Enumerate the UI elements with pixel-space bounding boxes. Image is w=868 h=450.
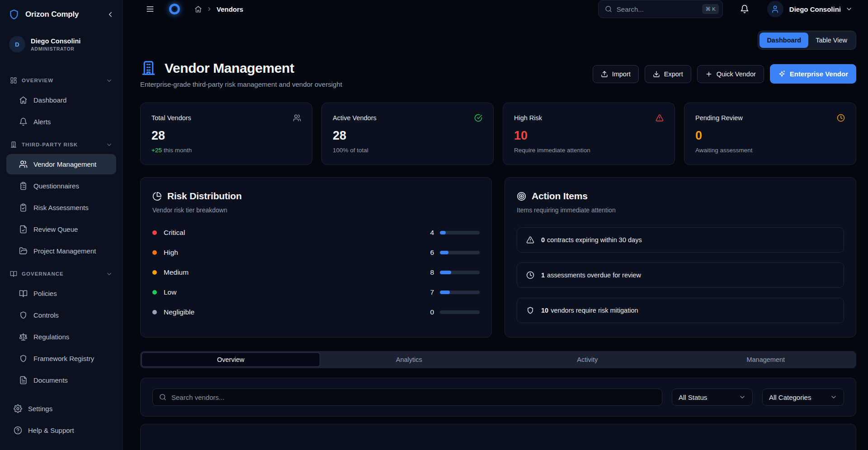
risk-dot bbox=[152, 230, 157, 235]
help-circle-icon bbox=[14, 426, 22, 435]
sidebar-item-help-support[interactable]: Help & Support bbox=[6, 420, 116, 441]
tab-management[interactable]: Management bbox=[677, 352, 855, 367]
vendor-filter-bar: All Status All Categories bbox=[140, 378, 856, 417]
risk-dot bbox=[152, 270, 157, 275]
tab-activity[interactable]: Activity bbox=[498, 352, 677, 367]
page-subtitle: Enterprise-grade third-party risk manage… bbox=[140, 80, 342, 88]
risk-row-medium: Medium 8 bbox=[152, 268, 480, 277]
plus-icon bbox=[705, 70, 712, 78]
search-icon bbox=[605, 5, 612, 13]
view-toggle: Dashboard Table View bbox=[758, 31, 856, 50]
sidebar-collapse-button[interactable] bbox=[106, 10, 114, 19]
stat-value: 28 bbox=[151, 129, 301, 143]
sidebar-nav: OVERVIEW Dashboard Alerts THIRD-PARTY RI… bbox=[0, 72, 123, 397]
sidebar-item-alerts[interactable]: Alerts bbox=[6, 112, 116, 132]
app-logo-ring[interactable] bbox=[169, 4, 180, 14]
file-text-icon bbox=[19, 376, 28, 384]
sidebar-item-framework-registry[interactable]: Framework Registry bbox=[6, 348, 116, 369]
home-icon bbox=[19, 96, 28, 104]
risk-row-high: High 6 bbox=[152, 248, 480, 257]
alert-triangle-icon bbox=[656, 114, 664, 122]
building-icon bbox=[140, 60, 157, 76]
sidebar-item-risk-assessments[interactable]: Risk Assessments bbox=[6, 197, 116, 218]
user-role: ADMINISTRATOR bbox=[31, 46, 80, 52]
chevron-down-icon bbox=[739, 394, 746, 401]
stat-value: 28 bbox=[333, 129, 482, 143]
vendor-list-card bbox=[140, 424, 856, 450]
chevron-down-icon bbox=[845, 5, 853, 13]
panel-title: Risk Distribution bbox=[167, 191, 242, 202]
user-avatar-icon bbox=[767, 1, 783, 17]
risk-bar bbox=[440, 291, 480, 294]
risk-row-low: Low 7 bbox=[152, 288, 480, 297]
gear-icon bbox=[14, 404, 22, 413]
layout-grid-icon bbox=[10, 77, 17, 84]
main-content: Dashboard Table View Vendor Management E… bbox=[123, 18, 868, 450]
status-filter[interactable]: All Status bbox=[672, 389, 753, 406]
sidebar-section-governance[interactable]: GOVERNANCE bbox=[6, 266, 116, 282]
users-icon bbox=[19, 160, 28, 169]
topbar: Vendors ⌘ K Diego Consolini bbox=[123, 0, 868, 18]
sparkles-icon bbox=[778, 70, 786, 78]
download-icon bbox=[653, 70, 660, 78]
category-filter[interactable]: All Categories bbox=[762, 389, 844, 406]
sidebar-user-card[interactable]: D Diego Consolini ADMINISTRATOR bbox=[7, 35, 115, 53]
panel-title: Action Items bbox=[532, 191, 588, 202]
export-button[interactable]: Export bbox=[645, 65, 691, 83]
breadcrumb: Vendors bbox=[194, 5, 243, 13]
sidebar-item-controls[interactable]: Controls bbox=[6, 305, 116, 325]
sidebar-item-dashboard[interactable]: Dashboard bbox=[6, 90, 116, 110]
risk-dot bbox=[152, 250, 157, 255]
risk-bar bbox=[440, 310, 480, 314]
notifications-bell-icon[interactable] bbox=[740, 5, 749, 14]
menu-icon[interactable] bbox=[146, 5, 155, 14]
vendor-search[interactable] bbox=[152, 389, 662, 406]
upload-icon bbox=[601, 70, 608, 78]
sidebar-item-review-queue[interactable]: Review Queue bbox=[6, 219, 116, 239]
global-search-input[interactable] bbox=[617, 5, 703, 13]
sidebar-item-regulations[interactable]: Regulations bbox=[6, 327, 116, 347]
toggle-table-view[interactable]: Table View bbox=[808, 33, 854, 48]
import-button[interactable]: Import bbox=[593, 65, 639, 83]
action-item-contracts[interactable]: 0contracts expiring within 30 days bbox=[517, 227, 844, 253]
folder-icon bbox=[19, 247, 28, 255]
tab-overview[interactable]: Overview bbox=[142, 352, 320, 367]
sidebar-item-documents[interactable]: Documents bbox=[6, 370, 116, 390]
sidebar-item-questionnaires[interactable]: Questionnaires bbox=[6, 176, 116, 196]
users-icon bbox=[293, 114, 301, 122]
sidebar-footer: Settings Help & Support bbox=[0, 397, 123, 450]
keyboard-shortcut-badge: ⌘ K bbox=[702, 4, 718, 14]
action-item-assessments[interactable]: 1assessments overdue for review bbox=[517, 262, 844, 288]
page-title: Vendor Management bbox=[165, 61, 294, 76]
user-menu[interactable]: Diego Consolini bbox=[767, 1, 853, 17]
book-open-icon bbox=[19, 289, 28, 298]
panel-subtitle: Items requiring immediate attention bbox=[517, 206, 844, 214]
quick-vendor-button[interactable]: Quick Vendor bbox=[697, 65, 764, 83]
shield-icon bbox=[526, 306, 534, 314]
sidebar-item-project-management[interactable]: Project Management bbox=[6, 241, 116, 261]
sidebar-item-policies[interactable]: Policies bbox=[6, 283, 116, 304]
section-tabs: Overview Analytics Activity Management bbox=[140, 351, 856, 368]
toggle-dashboard[interactable]: Dashboard bbox=[760, 33, 808, 48]
sidebar-section-third-party-risk[interactable]: THIRD-PARTY RISK bbox=[6, 136, 116, 153]
sidebar-item-vendor-management[interactable]: Vendor Management bbox=[6, 154, 116, 174]
sidebar-section-overview[interactable]: OVERVIEW bbox=[6, 72, 116, 89]
avatar: D bbox=[9, 36, 25, 52]
pie-chart-icon bbox=[152, 192, 162, 201]
sidebar-item-settings[interactable]: Settings bbox=[6, 398, 116, 419]
user-name: Diego Consolini bbox=[31, 38, 80, 45]
page-actions: Import Export Quick Vendor Enterprise Ve… bbox=[593, 64, 856, 84]
action-item-mitigation[interactable]: 10vendors require risk mitigation bbox=[517, 298, 844, 323]
enterprise-vendor-button[interactable]: Enterprise Vendor bbox=[770, 64, 856, 84]
user-menu-name: Diego Consolini bbox=[789, 5, 841, 13]
tab-analytics[interactable]: Analytics bbox=[320, 352, 499, 367]
sidebar: Orizon Comply D Diego Consolini ADMINIST… bbox=[0, 0, 123, 450]
stat-value: 10 bbox=[514, 129, 664, 143]
global-search[interactable]: ⌘ K bbox=[598, 0, 723, 18]
home-icon[interactable] bbox=[194, 5, 202, 13]
breadcrumb-current: Vendors bbox=[217, 5, 243, 13]
bell-icon bbox=[19, 117, 28, 126]
stat-card-total-vendors: Total Vendors 28 +25this month bbox=[140, 103, 312, 165]
vendor-search-input[interactable] bbox=[171, 394, 656, 401]
clipboard-check-icon bbox=[19, 203, 28, 212]
